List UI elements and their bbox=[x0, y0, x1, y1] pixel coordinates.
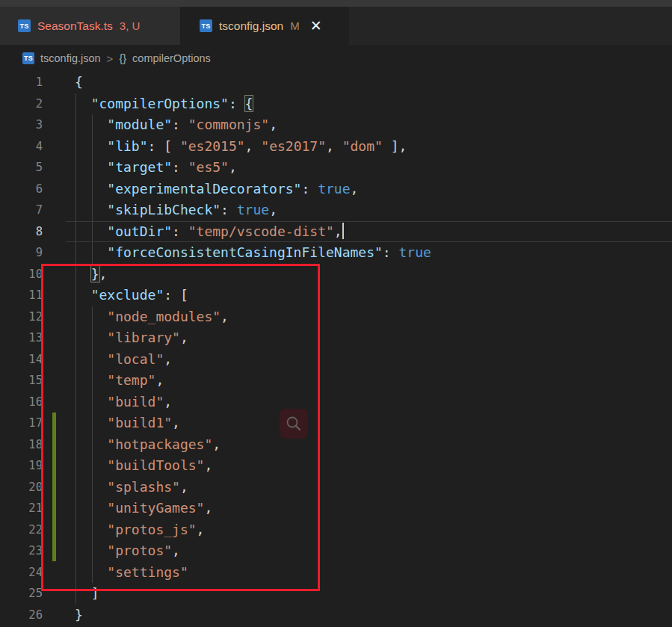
line-number[interactable]: 18 bbox=[0, 434, 43, 456]
code-line-23[interactable]: "protos", bbox=[75, 540, 431, 562]
code-line-3[interactable]: "module": "commonjs", bbox=[75, 114, 431, 136]
json-punctuation: , bbox=[204, 457, 212, 473]
json-punctuation bbox=[75, 457, 107, 473]
code-line-7[interactable]: "skipLibCheck": true, bbox=[75, 200, 431, 221]
json-punctuation: , bbox=[164, 351, 172, 367]
json-punctuation: , bbox=[326, 138, 342, 154]
line-number[interactable]: 4 bbox=[0, 136, 43, 158]
json-punctuation: , bbox=[155, 372, 164, 388]
code-line-9[interactable]: "forceConsistentCasingInFileNames": true bbox=[75, 242, 431, 264]
code-line-20[interactable]: "splashs", bbox=[75, 477, 431, 498]
json-punctuation bbox=[75, 415, 107, 430]
line-number[interactable]: 1 bbox=[0, 72, 43, 93]
json-punctuation bbox=[75, 372, 107, 388]
vscode-window: TS SeasonTask.ts 3, U TS tsconfig.json M… bbox=[0, 0, 672, 627]
code-line-22[interactable]: "protos_js", bbox=[75, 519, 431, 541]
line-number[interactable]: 24 bbox=[0, 562, 43, 584]
code-line-1[interactable]: { bbox=[75, 72, 431, 93]
line-number[interactable]: 2 bbox=[0, 93, 43, 115]
code-line-11[interactable]: "exclude": [ bbox=[75, 285, 431, 306]
json-string: "local" bbox=[107, 351, 164, 367]
json-punctuation: , bbox=[99, 266, 108, 282]
code-line-6[interactable]: "experimentalDecorators": true, bbox=[75, 179, 431, 200]
json-string: "splashs" bbox=[107, 479, 180, 495]
line-number[interactable]: 14 bbox=[0, 349, 43, 371]
close-icon[interactable]: ✕ bbox=[310, 19, 322, 33]
json-string: "build" bbox=[107, 394, 164, 410]
line-number[interactable]: 21 bbox=[0, 498, 43, 519]
breadcrumb-symbol[interactable]: compilerOptions bbox=[132, 52, 211, 64]
code-line-19[interactable]: "buildTools", bbox=[75, 455, 431, 477]
line-number[interactable]: 11 bbox=[0, 285, 43, 306]
json-punctuation bbox=[75, 244, 107, 260]
code-line-8[interactable]: "outDir": "temp/vscode-dist", bbox=[75, 221, 431, 243]
json-punctuation: : bbox=[172, 159, 188, 175]
json-punctuation: ], bbox=[383, 138, 407, 154]
line-number[interactable]: 19 bbox=[0, 455, 43, 477]
line-number[interactable]: 7 bbox=[0, 200, 43, 221]
code-line-26[interactable]: } bbox=[75, 605, 431, 626]
line-number[interactable]: 5 bbox=[0, 157, 43, 179]
json-key: "forceConsistentCasingInFileNames" bbox=[107, 244, 382, 260]
json-punctuation bbox=[75, 138, 107, 154]
cursor-caret bbox=[342, 223, 344, 239]
tab-seasontask[interactable]: TS SeasonTask.ts 3, U bbox=[0, 7, 180, 45]
code-line-13[interactable]: "library", bbox=[75, 327, 431, 349]
json-punctuation bbox=[75, 543, 107, 558]
line-number[interactable]: 17 bbox=[0, 413, 43, 434]
json-string: "settings" bbox=[107, 564, 188, 580]
editor-tab-bar: TS SeasonTask.ts 3, U TS tsconfig.json M… bbox=[0, 7, 672, 45]
line-number[interactable]: 16 bbox=[0, 392, 43, 413]
breadcrumb: TS tsconfig.json > {} compilerOptions bbox=[0, 45, 672, 72]
json-punctuation bbox=[75, 351, 107, 367]
line-number[interactable]: 3 bbox=[0, 114, 43, 136]
line-number[interactable]: 15 bbox=[0, 370, 43, 392]
line-number[interactable]: 20 bbox=[0, 477, 43, 498]
json-string: "dom" bbox=[342, 138, 383, 154]
json-punctuation: : bbox=[221, 202, 237, 217]
line-number[interactable]: 8 bbox=[0, 221, 43, 243]
code-line-24[interactable]: "settings" bbox=[75, 562, 431, 584]
json-key: "compilerOptions" bbox=[91, 96, 229, 111]
code-editor[interactable]: 1234567891011121314151617181920212223242… bbox=[0, 72, 672, 627]
line-number[interactable]: 13 bbox=[0, 327, 43, 349]
line-number[interactable]: 10 bbox=[0, 264, 43, 285]
tab-tsconfig[interactable]: TS tsconfig.json M ✕ bbox=[180, 7, 349, 45]
json-punctuation: , bbox=[212, 436, 221, 452]
json-punctuation: , bbox=[197, 522, 205, 537]
code-line-25[interactable]: ] bbox=[75, 583, 431, 605]
json-punctuation bbox=[75, 266, 91, 282]
code-line-21[interactable]: "unityGames", bbox=[75, 498, 431, 519]
line-number[interactable]: 26 bbox=[0, 605, 43, 626]
line-number[interactable]: 9 bbox=[0, 242, 43, 264]
json-boolean: true bbox=[399, 244, 431, 260]
json-punctuation: , bbox=[334, 223, 342, 239]
json-punctuation: { bbox=[245, 96, 253, 111]
code-line-10[interactable]: }, bbox=[75, 264, 431, 285]
breadcrumb-file[interactable]: tsconfig.json bbox=[40, 52, 101, 64]
json-string: "es2017" bbox=[261, 138, 326, 154]
line-number[interactable]: 22 bbox=[0, 519, 43, 541]
code-line-18[interactable]: "hotpackages", bbox=[75, 434, 431, 456]
code-line-4[interactable]: "lib": [ "es2015", "es2017", "dom" ], bbox=[75, 136, 431, 158]
json-key: "exclude" bbox=[91, 287, 164, 303]
json-punctuation: ] bbox=[75, 585, 99, 601]
code-line-5[interactable]: "target": "es5", bbox=[75, 157, 431, 179]
code-line-15[interactable]: "temp", bbox=[75, 370, 431, 392]
line-number[interactable]: 12 bbox=[0, 306, 43, 328]
code-line-14[interactable]: "local", bbox=[75, 349, 431, 371]
code-line-2[interactable]: "compilerOptions": { bbox=[75, 93, 431, 115]
json-punctuation: : bbox=[172, 223, 188, 239]
line-number[interactable]: 6 bbox=[0, 179, 43, 200]
code-line-17[interactable]: "build1", bbox=[75, 413, 431, 434]
code-line-16[interactable]: "build", bbox=[75, 392, 431, 413]
chevron-right-icon: > bbox=[107, 52, 114, 65]
json-punctuation: , bbox=[269, 117, 277, 132]
json-punctuation bbox=[75, 564, 107, 580]
line-number[interactable]: 25 bbox=[0, 583, 43, 605]
json-boolean: true bbox=[318, 181, 350, 197]
code-line-12[interactable]: "node_modules", bbox=[75, 306, 431, 328]
json-key: "experimentalDecorators" bbox=[107, 181, 301, 197]
line-number[interactable]: 23 bbox=[0, 540, 43, 562]
modified-lines-gutter-bar bbox=[52, 413, 56, 561]
